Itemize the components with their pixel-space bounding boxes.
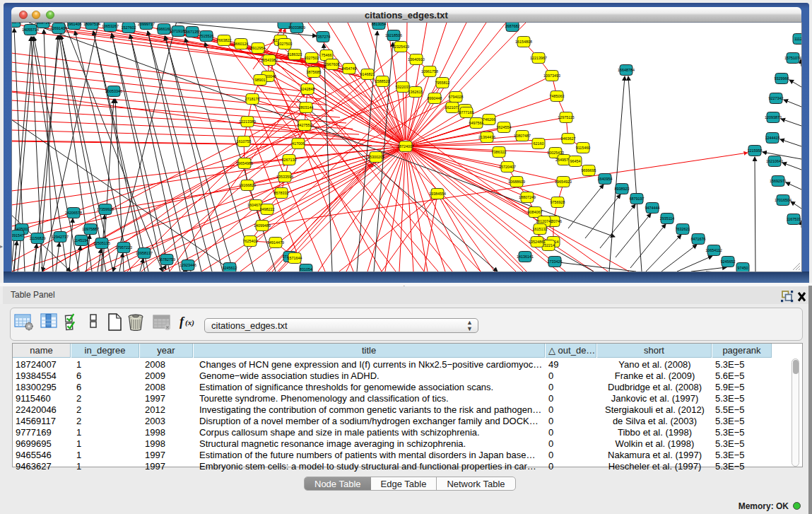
- svg-text:14055714: 14055714: [22, 28, 39, 32]
- svg-text:19654985: 19654985: [236, 161, 253, 165]
- svg-text:391547: 391547: [12, 233, 24, 238]
- svg-text:10975887: 10975887: [82, 227, 99, 231]
- svg-text:3624554: 3624554: [497, 125, 512, 129]
- svg-text:17359928: 17359928: [97, 207, 114, 211]
- svg-text:16033809: 16033809: [288, 25, 305, 30]
- svg-text:11156829: 11156829: [29, 236, 45, 240]
- svg-text:24055714: 24055714: [12, 23, 23, 24]
- svg-text:7357274: 7357274: [316, 35, 331, 39]
- svg-text:62160: 62160: [534, 141, 544, 146]
- svg-text:1215958: 1215958: [748, 148, 763, 153]
- svg-text:746266: 746266: [483, 117, 495, 122]
- svg-text:98901: 98901: [255, 78, 266, 82]
- svg-text:3875685: 3875685: [307, 70, 322, 74]
- svg-text:1733426: 1733426: [548, 259, 563, 264]
- svg-text:9463627: 9463627: [561, 136, 576, 141]
- svg-text:9242848: 9242848: [300, 87, 315, 91]
- svg-text:8454749: 8454749: [342, 66, 357, 71]
- svg-text:20999717: 20999717: [138, 23, 155, 26]
- svg-text:15751074: 15751074: [784, 56, 801, 60]
- svg-text:9245652: 9245652: [721, 259, 736, 264]
- svg-text:8578332: 8578332: [274, 191, 289, 195]
- svg-text:1362615: 1362615: [408, 90, 423, 94]
- svg-text:10958137: 10958137: [136, 251, 153, 255]
- svg-text:1571644: 1571644: [288, 256, 302, 260]
- svg-text:9245612: 9245612: [223, 266, 237, 270]
- svg-text:12923446: 12923446: [180, 263, 196, 267]
- svg-text:10807487: 10807487: [514, 134, 531, 138]
- svg-text:7632621: 7632621: [676, 227, 690, 231]
- svg-text:7663822: 7663822: [217, 38, 232, 42]
- svg-text:8912954: 8912954: [251, 46, 266, 50]
- svg-text:75466: 75466: [322, 53, 332, 57]
- svg-text:17957223: 17957223: [115, 245, 132, 250]
- svg-text:2687682: 2687682: [505, 24, 520, 28]
- svg-text:97450: 97450: [738, 266, 748, 270]
- svg-text:10025433: 10025433: [547, 151, 564, 155]
- svg-text:12213967: 12213967: [530, 56, 547, 60]
- svg-text:(x): (x): [185, 318, 194, 327]
- svg-text:9756928: 9756928: [551, 200, 565, 204]
- svg-text:11123: 11123: [794, 37, 801, 41]
- svg-text:7515526: 7515526: [199, 34, 214, 38]
- svg-text:3267130: 3267130: [282, 158, 297, 162]
- svg-text:1588520: 1588520: [375, 79, 390, 83]
- svg-text:1621072: 1621072: [445, 105, 460, 110]
- svg-text:9699695: 9699695: [582, 168, 596, 173]
- svg-text:f: f: [180, 315, 185, 329]
- svg-text:1527602: 1527602: [122, 25, 136, 30]
- svg-text:8938923: 8938923: [615, 187, 630, 191]
- svg-text:16648784: 16648784: [618, 68, 635, 72]
- svg-text:2967608: 2967608: [325, 62, 340, 66]
- svg-text:2803144: 2803144: [299, 105, 314, 110]
- svg-text:14914479: 14914479: [267, 240, 284, 245]
- svg-text:22691406: 22691406: [50, 26, 67, 30]
- svg-text:8427552: 8427552: [298, 123, 312, 127]
- svg-text:3498222: 3498222: [260, 207, 275, 211]
- svg-text:1961406: 1961406: [67, 23, 82, 26]
- svg-text:9660124: 9660124: [234, 42, 249, 46]
- svg-text:15692971: 15692971: [770, 179, 787, 183]
- svg-text:8813054: 8813054: [372, 23, 387, 26]
- svg-text:9327502: 9327502: [305, 56, 319, 60]
- svg-text:9777169: 9777169: [459, 110, 474, 115]
- svg-text:6497568: 6497568: [469, 121, 484, 125]
- svg-text:16120747: 16120747: [536, 219, 553, 223]
- svg-text:16671355: 16671355: [184, 30, 201, 34]
- svg-text:8471676: 8471676: [691, 237, 706, 241]
- svg-text:13640910: 13640910: [408, 57, 425, 62]
- svg-text:9146821: 9146821: [360, 72, 375, 76]
- svg-text:10688609: 10688609: [508, 180, 525, 184]
- svg-text:1610755: 1610755: [237, 139, 252, 144]
- svg-text:12975115: 12975115: [558, 115, 575, 119]
- svg-text:6794028: 6794028: [449, 95, 464, 99]
- svg-text:19218506: 19218506: [385, 33, 402, 37]
- svg-text:13524861: 13524861: [529, 240, 546, 244]
- svg-text:96454: 96454: [570, 159, 581, 163]
- svg-text:21364436: 21364436: [478, 135, 495, 139]
- svg-text:12942737: 12942737: [52, 235, 69, 239]
- svg-text:9327503: 9327503: [278, 42, 293, 46]
- svg-text:16154808: 16154808: [515, 40, 532, 44]
- svg-text:13533594: 13533594: [276, 175, 293, 179]
- svg-text:417006: 417006: [292, 141, 305, 146]
- svg-text:7955812: 7955812: [435, 81, 450, 85]
- svg-text:1244415: 1244415: [765, 136, 780, 140]
- svg-text:14099489: 14099489: [254, 223, 271, 228]
- svg-text:10973493: 10973493: [543, 74, 560, 78]
- svg-text:10654112: 10654112: [705, 248, 722, 252]
- svg-text:9329966: 9329966: [775, 76, 789, 81]
- svg-text:9084067: 9084067: [528, 210, 543, 214]
- svg-text:5322037: 5322037: [396, 85, 411, 89]
- svg-text:19166829: 19166829: [239, 183, 256, 187]
- svg-text:2718176: 2718176: [245, 97, 260, 101]
- svg-text:1615132: 1615132: [533, 227, 548, 231]
- svg-text:19654923: 19654923: [555, 180, 572, 184]
- svg-text:10653267: 10653267: [102, 24, 119, 28]
- svg-text:12325419: 12325419: [392, 45, 409, 49]
- svg-text:20053346: 20053346: [105, 89, 122, 93]
- svg-text:14136141: 14136141: [517, 255, 534, 259]
- svg-text:1167533: 1167533: [787, 217, 801, 221]
- svg-text:16210643: 16210643: [766, 159, 783, 163]
- svg-text:8990448: 8990448: [428, 96, 442, 100]
